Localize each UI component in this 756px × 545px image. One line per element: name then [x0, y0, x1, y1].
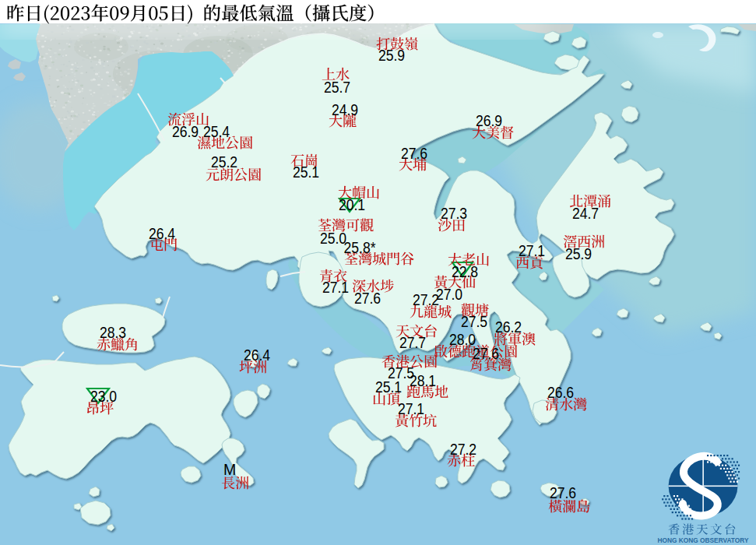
- svg-text:27.6: 27.6: [473, 345, 499, 362]
- svg-text:23.0: 23.0: [90, 388, 117, 405]
- svg-text:25.0: 25.0: [320, 230, 346, 247]
- svg-text:27.6: 27.6: [354, 290, 381, 307]
- svg-text:27.1: 27.1: [322, 279, 349, 296]
- svg-text:27.6: 27.6: [550, 484, 576, 501]
- svg-text:26.9: 26.9: [172, 123, 199, 140]
- svg-text:27.6: 27.6: [401, 145, 427, 162]
- svg-text:27.0: 27.0: [436, 286, 462, 303]
- svg-text:24.7: 24.7: [572, 205, 599, 222]
- svg-text:25.1: 25.1: [293, 164, 319, 181]
- svg-text:26.4: 26.4: [149, 225, 175, 242]
- svg-text:25.7: 25.7: [324, 79, 350, 96]
- svg-text:24.9: 24.9: [332, 101, 358, 118]
- svg-text:26.2: 26.2: [495, 318, 522, 336]
- svg-text:27.7: 27.7: [399, 334, 426, 351]
- svg-text:22.8: 22.8: [452, 263, 478, 280]
- svg-text:27.3: 27.3: [441, 205, 467, 222]
- svg-text:HONG KONG OBSERVATORY: HONG KONG OBSERVATORY: [658, 536, 750, 544]
- svg-text:26.6: 26.6: [547, 384, 574, 401]
- svg-text:28.3: 28.3: [100, 324, 126, 341]
- svg-text:25.8*: 25.8*: [344, 239, 376, 256]
- svg-text:26.9: 26.9: [476, 112, 502, 129]
- svg-text:25.9: 25.9: [378, 47, 405, 64]
- svg-text:27.1: 27.1: [519, 242, 545, 259]
- svg-text:28.1: 28.1: [410, 372, 436, 389]
- svg-text:M: M: [223, 461, 236, 478]
- svg-text:27.1: 27.1: [398, 400, 424, 417]
- svg-text:27.2: 27.2: [450, 441, 476, 458]
- svg-text:27.2: 27.2: [413, 291, 439, 308]
- svg-text:25.9: 25.9: [565, 245, 592, 262]
- svg-text:25.4: 25.4: [203, 123, 230, 140]
- svg-text:20.1: 20.1: [339, 196, 365, 213]
- svg-text:26.4: 26.4: [244, 346, 270, 364]
- svg-text:27.5: 27.5: [461, 313, 487, 330]
- svg-text:25.2: 25.2: [211, 153, 237, 171]
- svg-text:25.1: 25.1: [375, 378, 402, 396]
